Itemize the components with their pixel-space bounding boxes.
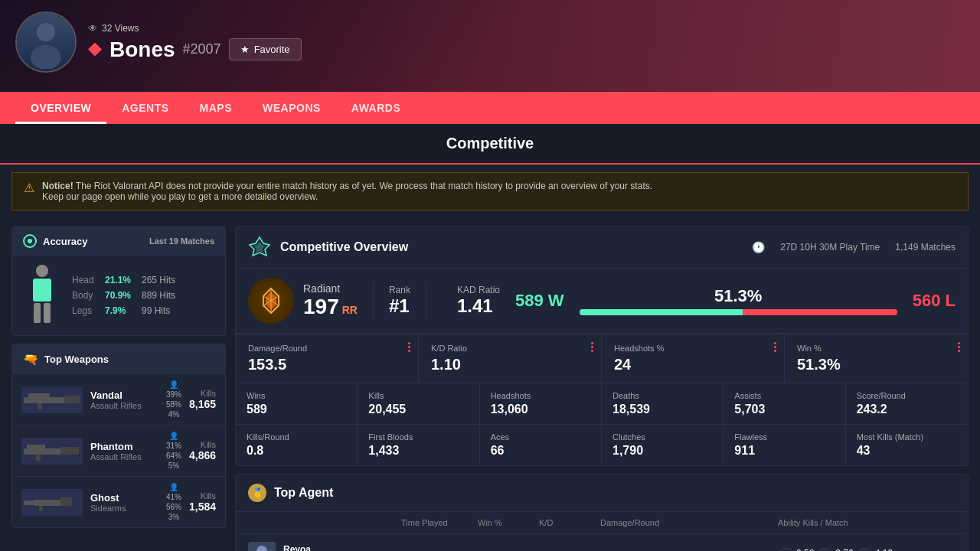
weapons-title: Top Weapons: [44, 354, 109, 365]
stat-assists: Assists 5,703: [724, 383, 845, 424]
phantom-accuracy: 👤 31% 64% 5%: [166, 432, 181, 470]
weapon-item-vandal[interactable]: Vandal Assault Rifles 👤 39% 58% 4% Kills…: [12, 374, 225, 425]
header-background: 👁 32 Views Bones #2007 ★ Favorite: [0, 0, 980, 92]
stat-first-bloods: First Bloods 1,433: [358, 425, 479, 465]
stat-menu-damage[interactable]: [408, 342, 410, 352]
wl-section: 589 W 51.3% 560 L: [515, 286, 956, 315]
weapon-item-phantom[interactable]: Phantom Assault Rifles 👤 31% 64% 5% Kill…: [12, 425, 225, 477]
acc-legs-hits: 99 Hits: [142, 305, 170, 316]
rank-label: Rank: [389, 285, 410, 295]
stat-menu-hs[interactable]: [774, 342, 776, 352]
stat-win-pct: Win % 51.3%: [785, 334, 968, 383]
notice-line2: Keep our page open while you play to get…: [42, 191, 318, 202]
tab-awards[interactable]: Awards: [336, 92, 416, 124]
accuracy-matches: Last 19 Matches: [149, 236, 214, 246]
section-title-text: Competitive: [446, 135, 534, 152]
rank-value: #1: [389, 295, 410, 317]
stat-headshots-pct: Headshots % 24: [602, 334, 785, 383]
svg-point-0: [37, 23, 55, 41]
stat-damage-round: Damage/Round 153.5: [236, 334, 419, 383]
vandal-kills: Kills 8,165: [189, 389, 216, 410]
stat-kills-round: Kills/Round 0.8: [236, 425, 358, 465]
weapon-item-ghost[interactable]: Ghost Sidearms 👤 41% 56% 3% Kills 1,584: [12, 477, 225, 527]
svg-rect-6: [24, 448, 66, 455]
left-panel: Accuracy Last 19 Matches: [11, 226, 226, 551]
svg-rect-5: [38, 403, 42, 409]
stat-deaths: Deaths 18,539: [602, 383, 724, 424]
svg-rect-2: [24, 397, 70, 403]
acc-head-label: Head: [72, 275, 99, 285]
agent-avatar-reyoa: [248, 542, 276, 551]
stat-kills: Kills 20,455: [358, 383, 479, 424]
wl-bar: [580, 309, 897, 315]
phantom-type: Assault Rifles: [90, 452, 158, 461]
svg-rect-11: [60, 497, 72, 506]
matches-count: 1,149 Matches: [895, 242, 956, 253]
eye-icon: 👁: [88, 23, 97, 34]
agent-row-reyoa[interactable]: Reyoa ◈ 4d 14h 47m 53.4% 1.20 166.7 ⊕ 0.…: [236, 534, 968, 551]
accuracy-stats: Head 21.1% 265 Hits Body 70.9% 889 Hits …: [72, 275, 175, 316]
col-damage: Damage/Round: [600, 518, 778, 527]
notice-text: The Riot Valorant API does not provide y…: [76, 181, 652, 191]
vandal-accuracy: 👤 39% 58% 4%: [166, 380, 181, 419]
accuracy-header: Accuracy Last 19 Matches: [12, 227, 225, 256]
stat-most-kills: Most Kills (Match) 43: [846, 425, 968, 465]
weapon-img-phantom: [21, 438, 83, 465]
svg-rect-4: [64, 396, 80, 403]
views-count: 32 Views: [102, 23, 139, 34]
tab-maps[interactable]: Maps: [185, 92, 247, 124]
acc-body-label: Body: [72, 290, 99, 301]
favorite-label: Favorite: [254, 44, 290, 55]
ghost-accuracy: 👤 41% 56% 3%: [166, 483, 181, 521]
svg-rect-3: [28, 393, 50, 397]
stat-aces: Aces 66: [480, 425, 602, 465]
agent-columns: Time Played Win % K/D Damage/Round Abili…: [236, 512, 968, 534]
section-title: Competitive: [0, 124, 980, 165]
loss-count: 560 L: [913, 291, 956, 311]
medal-icon: 🥇: [248, 484, 266, 502]
stat-menu-kd[interactable]: [591, 342, 593, 352]
vandal-name: Vandal: [90, 390, 158, 401]
stat-menu-win[interactable]: [958, 342, 960, 352]
kad-label: KAD Ratio: [457, 285, 500, 295]
svg-point-1: [31, 45, 61, 69]
reyoa-abilities: ⊕ 0.56 ⊕ 0.76 ⊕ 4.12: [778, 548, 956, 551]
weapon-img-ghost: [21, 489, 83, 516]
clock-icon: 🕐: [752, 241, 765, 253]
tab-overview[interactable]: Overview: [15, 92, 106, 124]
overview-header: Competitive Overview 🕐 27D 10H 30M Play …: [236, 227, 968, 269]
ghost-head-icon: 👤: [169, 483, 178, 491]
weapons-icon: 🔫: [23, 352, 38, 367]
col-ability: Ability Kills / Match: [778, 518, 956, 527]
overview-title: Competitive Overview: [280, 240, 408, 254]
ability-icon-2: ⊕: [817, 548, 832, 551]
stats-row-2: Wins 589 Kills 20,455 Headshots 13,060 D…: [236, 383, 968, 424]
tab-weapons[interactable]: Weapons: [247, 92, 336, 124]
vandal-type: Assault Rifles: [90, 401, 158, 410]
svg-rect-9: [36, 455, 41, 461]
ability-icon-3: ⊕: [857, 548, 872, 551]
win-count: 589 W: [515, 291, 564, 311]
overview-card: Competitive Overview 🕐 27D 10H 30M Play …: [235, 226, 969, 466]
player-name: Bones: [109, 37, 175, 62]
main-content: Competitive ⚠ Notice! The Riot Valorant …: [0, 124, 980, 551]
stat-flawless: Flawless 911: [724, 425, 845, 465]
tab-agents[interactable]: Agents: [106, 92, 184, 124]
vandal-head-icon: 👤: [169, 380, 178, 389]
col-time: Time Played: [401, 518, 478, 527]
favorite-button[interactable]: ★ Favorite: [229, 38, 302, 60]
stats-grid-1: Damage/Round 153.5 K/D Ratio 1.10: [236, 334, 968, 383]
stat-clutches: Clutches 1,790: [602, 425, 724, 465]
agent-header: 🥇 Top Agent: [236, 474, 968, 512]
human-figure: [23, 265, 61, 326]
top-weapons-card: 🔫 Top Weapons Vandal: [11, 344, 226, 528]
top-agent-card: 🥇 Top Agent Time Played Win % K/D Damage…: [235, 474, 969, 551]
win-pct-text: 51.3%: [580, 286, 897, 306]
acc-body-pct: 70.9%: [105, 290, 136, 301]
stat-kd-ratio: K/D Ratio 1.10: [419, 334, 602, 383]
weapon-img-vandal: [21, 386, 83, 413]
svg-rect-13: [24, 500, 34, 505]
rank-emblem: [248, 278, 294, 324]
agent-title: Top Agent: [274, 486, 333, 500]
ghost-type: Sidearms: [90, 504, 158, 513]
